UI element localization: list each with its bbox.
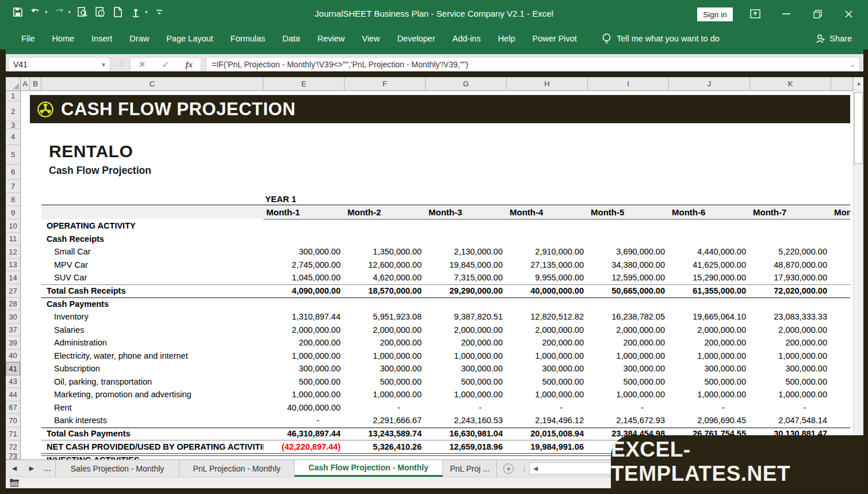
- column-header-partial[interactable]: [831, 77, 853, 90]
- tab-scroll-left-icon[interactable]: ◀: [6, 460, 23, 477]
- row-header-27[interactable]: 27: [6, 284, 20, 298]
- cell-40-m2[interactable]: 1,000,000.00: [345, 349, 426, 362]
- column-header-k[interactable]: K: [750, 77, 831, 90]
- row-header-10[interactable]: 10: [6, 219, 20, 233]
- cell-label-cash-payments[interactable]: Cash Payments: [47, 298, 263, 310]
- cell-44-m7[interactable]: 1,000,000.00: [750, 388, 831, 401]
- row-header-8[interactable]: 8: [6, 193, 20, 206]
- name-box-caret-icon[interactable]: ▼: [101, 62, 106, 68]
- cell-12-m6[interactable]: 4,440,000.00: [669, 245, 750, 258]
- horizontal-scrollbar[interactable]: ◀: [529, 462, 615, 474]
- cell-12-m5[interactable]: 3,690,000.00: [588, 245, 669, 258]
- cell-27-m5[interactable]: 50,665,000.00: [588, 284, 669, 297]
- month-header-3[interactable]: Month-3: [426, 206, 507, 219]
- cell-70-m4[interactable]: 2,194,496.12: [507, 414, 588, 427]
- column-header-f[interactable]: F: [345, 77, 426, 90]
- sheet-tab-pnl-projection-monthly[interactable]: PnL Projection - Monthly: [179, 460, 295, 477]
- cell-41-m5[interactable]: 300,000.00: [588, 362, 669, 375]
- ribbon-tab-page-layout[interactable]: Page Layout: [158, 27, 221, 50]
- month-header-2[interactable]: Month-2: [345, 206, 426, 219]
- year-label[interactable]: YEAR 1: [265, 194, 296, 204]
- undo-icon[interactable]: [29, 6, 42, 18]
- row-header-73[interactable]: 73: [6, 454, 20, 459]
- cell-label-net-cash-provided-used-by-operating-activities[interactable]: NET CASH PROVIDED/USED BY OPERATING ACTI…: [47, 440, 263, 453]
- ribbon-tab-help[interactable]: Help: [490, 27, 524, 50]
- scroll-up-icon[interactable]: ▲: [854, 77, 864, 90]
- row-header-3[interactable]: 3: [6, 121, 20, 129]
- cell-41-m6[interactable]: 300,000.00: [669, 362, 750, 375]
- company-name[interactable]: RENTALO: [49, 142, 133, 161]
- cell-27-m1[interactable]: 4,090,000.00: [263, 284, 345, 297]
- cell-30-m7[interactable]: 23,083,333.33: [750, 310, 831, 323]
- cell-12-m8[interactable]: 6,000,000.00: [831, 245, 850, 258]
- cell-12-m4[interactable]: 2,910,000.00: [507, 245, 588, 258]
- cell-72-m2[interactable]: 5,326,410.26: [345, 440, 426, 453]
- cell-41-m1[interactable]: 300,000.00: [263, 362, 345, 375]
- cell-44-m2[interactable]: 1,000,000.00: [345, 388, 426, 401]
- cell-14-m8[interactable]: 20,565,000.00: [831, 271, 850, 284]
- cell-14-m1[interactable]: 1,045,000.00: [263, 271, 345, 284]
- cell-label-total-cash-payments[interactable]: Total Cash Payments: [47, 427, 263, 440]
- row-header-5[interactable]: 5: [6, 145, 20, 165]
- row-header-28[interactable]: 28: [6, 298, 20, 310]
- cell-label-subscription[interactable]: Subscription: [47, 362, 263, 375]
- cell-13-m1[interactable]: 2,745,000.00: [263, 259, 345, 271]
- cell-14-m5[interactable]: 12,595,000.00: [588, 271, 669, 284]
- cell-37-m6[interactable]: 2,000,000.00: [669, 324, 750, 336]
- cell-27-m6[interactable]: 61,355,000.00: [669, 284, 750, 297]
- cell-40-m4[interactable]: 1,000,000.00: [507, 349, 588, 362]
- cell-30-m1[interactable]: 1,310,897.44: [263, 310, 345, 323]
- cell-label-marketing-promotion-and-advertising[interactable]: Marketing, promotion and advertising: [47, 388, 263, 401]
- cell-70-m5[interactable]: 2,145,672.93: [588, 414, 669, 427]
- row-header-39[interactable]: 39: [6, 336, 20, 349]
- sheet-tab-cash-flow-projection-monthly[interactable]: Cash Flow Projection - Monthly: [295, 460, 443, 477]
- tab-scroll-right-icon[interactable]: ▶: [23, 460, 40, 477]
- cell-40-m3[interactable]: 1,000,000.00: [426, 349, 507, 362]
- cell-72-m3[interactable]: 12,659,018.96: [426, 440, 507, 453]
- row-header-72[interactable]: 72: [6, 440, 20, 454]
- insert-function-icon[interactable]: fx: [185, 60, 193, 70]
- cell-27-m4[interactable]: 40,000,000.00: [507, 284, 588, 297]
- cell-14-m4[interactable]: 9,955,000.00: [507, 271, 588, 284]
- report-title[interactable]: Cash Flow Projection: [49, 165, 151, 177]
- row-header-9[interactable]: 9: [6, 206, 20, 219]
- cell-12-m3[interactable]: 2,130,000.00: [426, 245, 507, 258]
- row-header-12[interactable]: 12: [6, 245, 20, 259]
- touch-mode-caret-icon[interactable]: ▾: [145, 9, 148, 15]
- hscroll-left-icon[interactable]: ◀: [530, 465, 541, 472]
- tab-more-icon[interactable]: ...: [40, 460, 55, 477]
- cell-70-m6[interactable]: 2,096,690.45: [669, 414, 750, 427]
- cell-43-m5[interactable]: 500,000.00: [588, 375, 669, 388]
- row-header-40[interactable]: 40: [6, 349, 20, 362]
- ribbon-tab-insert[interactable]: Insert: [83, 27, 121, 50]
- cell-12-m1[interactable]: 300,000.00: [263, 245, 345, 258]
- row-header-44[interactable]: 44: [6, 388, 20, 401]
- cell-14-m3[interactable]: 7,315,000.00: [426, 271, 507, 284]
- row-header-11[interactable]: 11: [6, 233, 20, 245]
- month-header-1[interactable]: Month-1: [263, 206, 345, 219]
- cell-43-m6[interactable]: 500,000.00: [669, 375, 750, 388]
- cell-41-m4[interactable]: 300,000.00: [507, 362, 588, 375]
- cell-43-m2[interactable]: 500,000.00: [345, 375, 426, 388]
- cell-43-m1[interactable]: 500,000.00: [263, 375, 345, 388]
- sheet-banner[interactable]: CASH FLOW PROJECTION: [30, 95, 850, 123]
- row-header-71[interactable]: 71: [6, 427, 20, 440]
- close-button[interactable]: [840, 7, 857, 21]
- month-header-8[interactable]: Month-8: [831, 206, 850, 219]
- row-header-4[interactable]: 4: [6, 129, 20, 145]
- ribbon-tab-review[interactable]: Review: [309, 27, 354, 50]
- cell-41-m3[interactable]: 300,000.00: [426, 362, 507, 375]
- ribbon-tab-file[interactable]: File: [13, 27, 43, 50]
- cell-label-small-car[interactable]: Small Car: [47, 245, 263, 258]
- ribbon-tab-view[interactable]: View: [353, 27, 388, 50]
- cell-44-m1[interactable]: 1,000,000.00: [263, 388, 345, 401]
- cell-label-total-cash-receipts[interactable]: Total Cash Receipts: [47, 284, 263, 297]
- row-header-1[interactable]: 1: [6, 91, 20, 101]
- cell-27-m8[interactable]: 82,680,000.00: [831, 284, 850, 297]
- cell-13-m5[interactable]: 34,380,000.00: [588, 259, 669, 271]
- cell-39-m5[interactable]: 200,000.00: [588, 336, 669, 349]
- cell-41-m7[interactable]: 300,000.00: [750, 362, 831, 375]
- row-header-43[interactable]: 43: [6, 375, 20, 388]
- cell-label-electricity-water-phone-and-internet[interactable]: Electricity, water, phone and internet: [47, 349, 263, 362]
- row-header-70[interactable]: 70: [6, 414, 20, 427]
